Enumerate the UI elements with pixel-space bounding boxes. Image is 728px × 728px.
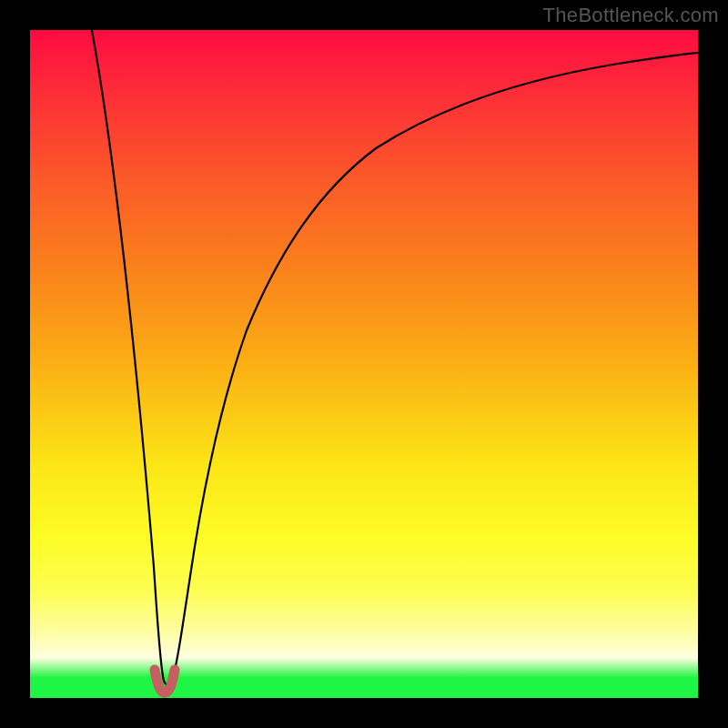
chart-svg — [30, 30, 698, 698]
watermark-text: TheBottleneck.com — [543, 4, 719, 27]
chart-plot-area — [30, 30, 698, 698]
bottleneck-curve-line — [86, 30, 698, 685]
